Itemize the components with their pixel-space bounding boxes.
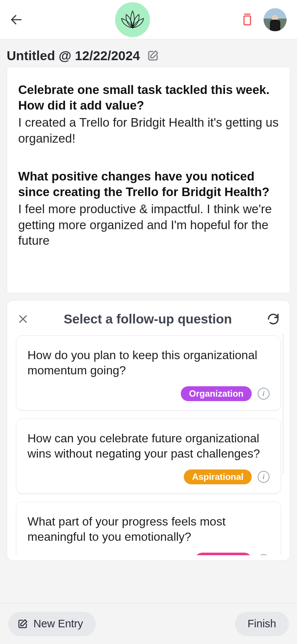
app-logo [115,2,150,37]
tag-aspirational: Aspirational [184,469,252,484]
close-icon [17,313,29,325]
refresh-icon [267,313,280,325]
journal-question: What positive changes have you noticed s… [18,169,279,200]
new-entry-label: New Entry [33,618,83,630]
followup-question-card[interactable]: How can you celebrate future organizatio… [16,419,281,494]
journal-answer: I created a Trello for Bridgit Health it… [18,115,279,146]
close-followup-button[interactable] [17,313,29,325]
followup-question-text: What part of your progress feels most me… [27,514,270,544]
header-right [241,8,287,31]
tag-emotions: Emotions [195,553,252,555]
page-title-row: Untitled @ 12/22/2024 [0,39,297,67]
bottom-bar: New Entry Finish [0,603,297,644]
header-left [8,12,25,28]
tag-organization: Organization [181,386,252,401]
journal-question: Celebrate one small task tackled this we… [18,82,279,113]
finish-button[interactable]: Finish [235,612,289,636]
followup-question-card[interactable]: How do you plan to keep this organizatio… [16,335,281,410]
journal-answer: I feel more productive & impactful. I th… [18,201,279,248]
trash-icon [242,13,253,26]
followup-question-footer: Emotions i [27,553,270,555]
scrollbar-thumb[interactable] [283,333,283,474]
journal-entry: What positive changes have you noticed s… [18,169,279,248]
svg-rect-2 [244,16,251,25]
followup-header: Select a follow-up question [14,309,283,333]
journal-entry: Celebrate one small task tackled this we… [18,82,279,146]
pencil-square-icon [147,49,159,62]
followup-question-card[interactable]: What part of your progress feels most me… [16,502,281,555]
followup-question-text: How can you celebrate future organizatio… [27,431,270,461]
new-entry-button[interactable]: New Entry [8,612,96,636]
info-button[interactable]: i [258,554,270,555]
delete-button[interactable] [241,13,254,26]
followup-question-list[interactable]: How do you plan to keep this organizatio… [14,333,283,555]
info-button[interactable]: i [258,471,270,483]
followup-question-footer: Organization i [27,386,270,401]
back-arrow-icon [9,13,23,27]
followup-title: Select a follow-up question [29,312,267,326]
pencil-square-icon [17,618,28,630]
followup-question-footer: Aspirational i [27,469,270,484]
refresh-followup-button[interactable] [267,313,280,325]
followup-card: Select a follow-up question How do you p… [7,300,290,561]
journal-card: Celebrate one small task tackled this we… [7,67,290,293]
lotus-icon [118,5,147,34]
page-title: Untitled @ 12/22/2024 [7,48,140,63]
finish-label: Finish [248,618,276,630]
followup-question-text: How do you plan to keep this organizatio… [27,348,270,378]
app-header [0,0,297,39]
edit-title-button[interactable] [147,49,159,62]
back-button[interactable] [8,12,25,28]
info-button[interactable]: i [258,388,270,400]
user-avatar[interactable] [264,8,287,31]
